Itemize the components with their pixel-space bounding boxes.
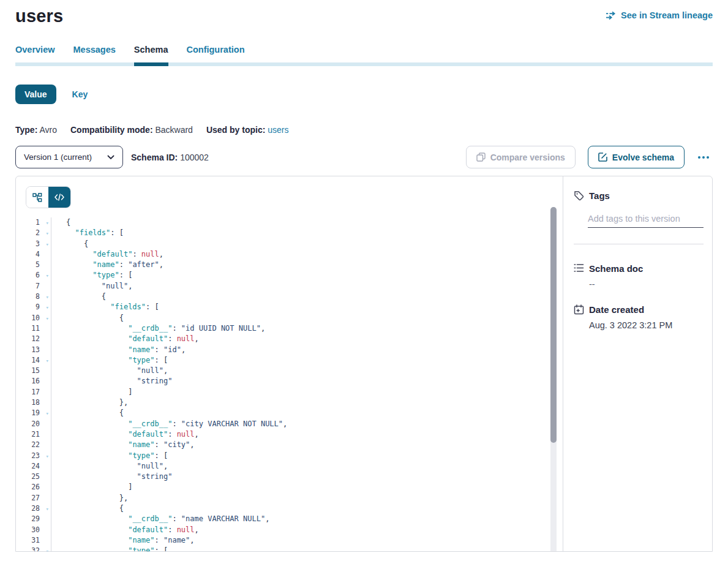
schema-meta-row: Type: Avro Compatibility mode: Backward … xyxy=(15,125,713,135)
tree-view-button[interactable] xyxy=(26,187,48,208)
value-key-toggle: Value Key xyxy=(15,85,713,104)
code-line: "name": "city", xyxy=(66,440,563,450)
line-number: 14▾ xyxy=(16,355,51,366)
used-by-topic-link[interactable]: users xyxy=(268,125,288,135)
sidebar-divider xyxy=(574,244,704,244)
line-number: 29 xyxy=(16,514,51,524)
schema-sidebar: Tags Schema doc -- xyxy=(563,176,712,551)
schema-code: { "fields": [ { "default": null, "name":… xyxy=(51,217,563,551)
code-line: "fields": [ xyxy=(66,228,563,238)
code-editor-body[interactable]: 1▾2▾3▾456▾78▾9▾10▾11121314▾1516171819▾20… xyxy=(16,217,563,551)
fold-toggle-icon[interactable]: ▾ xyxy=(46,239,49,250)
line-number: 27 xyxy=(16,493,51,503)
calendar-add-icon xyxy=(574,304,584,315)
fold-toggle-icon[interactable]: ▾ xyxy=(46,504,49,514)
evolve-schema-button[interactable]: Evolve schema xyxy=(588,146,685,168)
code-line: "__crdb__": "name VARCHAR NULL", xyxy=(66,514,563,524)
line-number: 20 xyxy=(16,419,51,429)
compatibility-mode-value: Backward xyxy=(155,125,192,135)
line-number: 7 xyxy=(16,281,51,292)
tab-bar: Overview Messages Schema Configuration xyxy=(15,45,713,66)
fold-toggle-icon[interactable]: ▾ xyxy=(46,228,49,239)
date-created-section: Date created Aug. 3 2022 3:21 PM xyxy=(574,304,704,330)
line-number: 1▾ xyxy=(16,217,51,228)
editor-toolbar xyxy=(16,176,563,208)
schema-doc-title: Schema doc xyxy=(589,263,643,274)
view-toggle xyxy=(26,186,71,208)
tree-view-icon xyxy=(32,193,42,202)
code-line: { xyxy=(66,292,563,302)
line-number: 5 xyxy=(16,260,51,270)
tag-icon xyxy=(574,190,584,201)
fold-toggle-icon[interactable]: ▾ xyxy=(46,292,49,303)
fold-toggle-icon[interactable]: ▾ xyxy=(46,356,49,366)
line-number: 22 xyxy=(16,440,51,450)
code-view-button[interactable] xyxy=(48,187,70,208)
add-tags-input[interactable] xyxy=(588,214,704,228)
used-by-topic: Used by topic: users xyxy=(206,125,289,135)
code-line: "string" xyxy=(66,472,563,482)
code-line: "name": "id", xyxy=(66,345,563,355)
code-line: "type": [ xyxy=(66,355,563,366)
line-number: 6▾ xyxy=(16,270,51,280)
code-line: "null", xyxy=(66,281,563,292)
line-number: 24 xyxy=(16,461,51,472)
more-actions-button[interactable] xyxy=(694,154,713,161)
see-in-stream-lineage-link[interactable]: See in Stream lineage xyxy=(606,10,713,20)
editor-scrollbar-track[interactable] xyxy=(550,207,557,551)
line-number: 15 xyxy=(16,366,51,376)
code-line: "__crdb__": "city VARCHAR NOT NULL", xyxy=(66,419,563,429)
line-number: 9▾ xyxy=(16,302,51,312)
line-number: 12 xyxy=(16,334,51,344)
fold-toggle-icon[interactable]: ▾ xyxy=(46,271,49,281)
fold-toggle-icon[interactable]: ▾ xyxy=(46,546,49,552)
key-toggle-button[interactable]: Key xyxy=(72,89,88,99)
code-line: "null", xyxy=(66,366,563,376)
line-number: 21 xyxy=(16,429,51,440)
line-number-gutter: 1▾2▾3▾456▾78▾9▾10▾11121314▾1516171819▾20… xyxy=(16,217,51,551)
line-number: 16 xyxy=(16,376,51,386)
schema-editor: 1▾2▾3▾456▾78▾9▾10▾11121314▾1516171819▾20… xyxy=(16,176,563,551)
code-line: "default": null, xyxy=(66,429,563,440)
fold-toggle-icon[interactable]: ▾ xyxy=(46,409,49,419)
version-select-value: Version 1 (current) xyxy=(24,152,92,162)
code-line: "type": [ xyxy=(66,270,563,280)
code-line: }, xyxy=(66,493,563,503)
code-line: "default": null, xyxy=(66,334,563,344)
version-select[interactable]: Version 1 (current) xyxy=(15,146,123,168)
compare-versions-button[interactable]: Compare versions xyxy=(466,146,576,168)
chevron-down-icon xyxy=(107,155,114,160)
schema-type: Type: Avro xyxy=(15,125,57,135)
code-line: { xyxy=(66,313,563,323)
editor-scrollbar-thumb[interactable] xyxy=(550,207,557,443)
line-number: 23▾ xyxy=(16,451,51,461)
line-number: 26 xyxy=(16,482,51,492)
line-number: 28▾ xyxy=(16,503,51,514)
value-toggle-button[interactable]: Value xyxy=(15,85,56,104)
line-number: 2▾ xyxy=(16,228,51,238)
code-line: { xyxy=(66,239,563,249)
fold-toggle-icon[interactable]: ▾ xyxy=(46,303,49,313)
line-number: 8▾ xyxy=(16,292,51,302)
line-number: 19▾ xyxy=(16,408,51,418)
code-line: }, xyxy=(66,397,563,408)
line-number: 11 xyxy=(16,323,51,334)
line-number: 4 xyxy=(16,249,51,260)
line-number: 30 xyxy=(16,525,51,535)
schema-doc-section: Schema doc -- xyxy=(574,263,704,289)
tab-messages[interactable]: Messages xyxy=(73,45,116,62)
fold-toggle-icon[interactable]: ▾ xyxy=(46,314,49,324)
tab-configuration[interactable]: Configuration xyxy=(186,45,244,62)
code-line: "default": null, xyxy=(66,525,563,535)
tags-header: Tags xyxy=(574,190,704,201)
fold-toggle-icon[interactable]: ▾ xyxy=(46,451,49,462)
code-line: ] xyxy=(66,482,563,492)
code-line: { xyxy=(66,503,563,514)
edit-icon xyxy=(598,152,607,162)
tab-schema[interactable]: Schema xyxy=(134,45,168,62)
list-icon xyxy=(574,263,584,274)
active-tab-indicator xyxy=(134,62,168,66)
tab-overview[interactable]: Overview xyxy=(15,45,55,62)
fold-toggle-icon[interactable]: ▾ xyxy=(46,218,49,228)
date-created-value: Aug. 3 2022 3:21 PM xyxy=(589,320,704,330)
